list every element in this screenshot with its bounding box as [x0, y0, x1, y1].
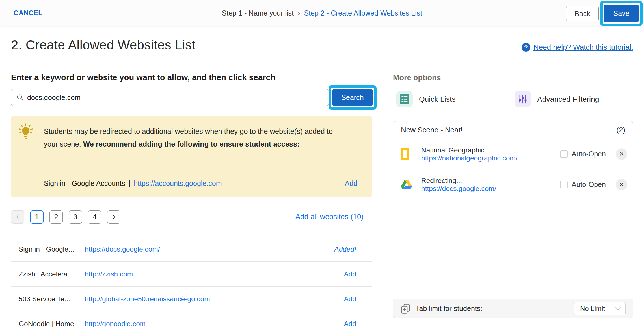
page-title: 2. Create Allowed Websites List — [11, 37, 195, 53]
lightbulb-icon — [17, 123, 34, 141]
scene-item-name: Redirecting... — [421, 177, 462, 184]
scene-card-header: New Scene - Neat! (2) — [393, 121, 633, 139]
save-button-highlight: Save — [600, 1, 643, 26]
save-button[interactable]: Save — [604, 5, 639, 22]
help-link[interactable]: ? Need help? Watch this tutorial. — [522, 43, 633, 52]
result-url[interactable]: http://gonoodle.com — [85, 320, 146, 327]
result-url[interactable]: https://docs.google.com/ — [85, 245, 160, 253]
breadcrumb-separator: › — [298, 9, 300, 17]
notice-text: Students may be redirected to additional… — [44, 125, 343, 151]
chevron-left-icon — [16, 214, 20, 220]
pagination: 1 2 3 4 — [11, 210, 120, 224]
scene-title: New Scene - Neat! — [401, 126, 463, 134]
result-row: 503 Service Te... http://global-zone50.r… — [11, 286, 372, 311]
tab-copy-icon — [401, 303, 411, 314]
scene-card: New Scene - Neat! (2) National Geographi… — [393, 121, 633, 318]
chevron-down-icon — [615, 307, 621, 310]
result-name: 503 Service Te... — [19, 295, 85, 303]
result-url[interactable]: http://global-zone50.renaissance-go.com — [85, 295, 210, 303]
auto-open-label: Auto-Open — [572, 150, 608, 158]
pagination-page-4[interactable]: 4 — [88, 210, 101, 224]
scene-item-text: Redirecting... https://docs.google.com/ — [421, 177, 496, 193]
result-row: Sign in - Google... https://docs.google.… — [11, 237, 372, 261]
result-row: Zzish | Accelera... http://zzish.com Add — [11, 261, 372, 286]
scene-item-url[interactable]: https://docs.google.com/ — [421, 185, 496, 193]
suggested-site-row: Sign in - Google Accounts | https://acco… — [44, 179, 357, 188]
google-drive-logo — [401, 180, 421, 189]
auto-open-label: Auto-Open — [572, 180, 608, 189]
remove-item-button[interactable]: ✕ — [616, 179, 627, 190]
result-add-link[interactable]: Add — [344, 270, 356, 278]
result-url[interactable]: http://zzish.com — [85, 270, 133, 278]
magnifier-icon — [16, 94, 24, 101]
scene-item-url[interactable]: https://nationalgeographic.com/ — [421, 154, 518, 162]
search-section-label: Enter a keyword or website you want to a… — [11, 73, 275, 82]
suggested-site-url[interactable]: https://accounts.google.com — [134, 179, 222, 188]
add-all-websites-link[interactable]: Add all websites (10) — [295, 212, 364, 221]
quick-lists-button[interactable]: Quick Lists — [396, 91, 456, 107]
scene-item-count: (2) — [616, 126, 625, 134]
result-name: Sign in - Google... — [19, 245, 85, 253]
tab-limit-footer: Tab limit for students: No Limit — [393, 299, 633, 318]
chevron-right-icon — [112, 214, 116, 220]
national-geographic-logo — [401, 148, 421, 160]
pagination-prev-button[interactable] — [11, 210, 24, 224]
list-icon — [396, 91, 413, 107]
result-name: Zzish | Accelera... — [19, 270, 85, 278]
search-box — [11, 89, 329, 106]
scene-item-name: National Geographic — [421, 146, 484, 154]
auto-open-checkbox[interactable] — [560, 150, 568, 158]
sliders-icon — [515, 91, 531, 107]
result-add-link[interactable]: Add — [344, 295, 356, 303]
redirect-notice: Students may be redirected to additional… — [11, 116, 372, 197]
breadcrumb-step-2[interactable]: Step 2 - Create Allowed Websites List — [304, 9, 422, 17]
tab-limit-dropdown[interactable]: No Limit — [574, 302, 626, 315]
more-options-title: More options — [393, 73, 441, 82]
scene-item: Redirecting... https://docs.google.com/ … — [393, 169, 633, 200]
search-results-list: Sign in - Google... https://docs.google.… — [11, 237, 372, 327]
advanced-filtering-label: Advanced Filtering — [537, 95, 599, 104]
result-add-link[interactable]: Add — [344, 320, 356, 327]
breadcrumb: Step 1 - Name your list › Step 2 - Creat… — [0, 0, 644, 26]
suggested-site-name: Sign in - Google Accounts — [44, 179, 125, 188]
pagination-page-3[interactable]: 3 — [69, 210, 82, 224]
search-input[interactable] — [27, 93, 329, 102]
close-icon: ✕ — [619, 151, 624, 157]
suggested-site-separator: | — [129, 179, 131, 188]
advanced-filtering-button[interactable]: Advanced Filtering — [515, 91, 599, 107]
scene-item: National Geographic https://nationalgeog… — [393, 139, 633, 169]
top-bar: CANCEL Step 1 - Name your list › Step 2 … — [0, 0, 644, 26]
suggested-site-add-link[interactable]: Add — [345, 179, 357, 188]
result-name: GoNoodle | Home — [19, 320, 85, 327]
pagination-page-1[interactable]: 1 — [30, 210, 44, 224]
auto-open-checkbox[interactable] — [560, 181, 568, 188]
scene-item-text: National Geographic https://nationalgeog… — [421, 146, 518, 162]
result-added-status: Added! — [334, 245, 356, 253]
tab-limit-value: No Limit — [580, 305, 605, 313]
close-icon: ✕ — [619, 181, 624, 188]
pagination-page-2[interactable]: 2 — [49, 210, 63, 224]
result-row: GoNoodle | Home http://gonoodle.com Add — [11, 311, 372, 327]
search-button-highlight: Search — [329, 85, 377, 110]
remove-item-button[interactable]: ✕ — [616, 148, 627, 160]
quick-lists-label: Quick Lists — [419, 95, 456, 104]
search-button[interactable]: Search — [332, 89, 373, 106]
help-icon: ? — [522, 43, 530, 52]
breadcrumb-step-1[interactable]: Step 1 - Name your list — [222, 9, 294, 17]
tab-limit-label: Tab limit for students: — [416, 304, 482, 313]
back-button[interactable]: Back — [566, 6, 599, 21]
help-link-label: Need help? Watch this tutorial. — [533, 43, 633, 52]
pagination-next-button[interactable] — [107, 210, 120, 224]
